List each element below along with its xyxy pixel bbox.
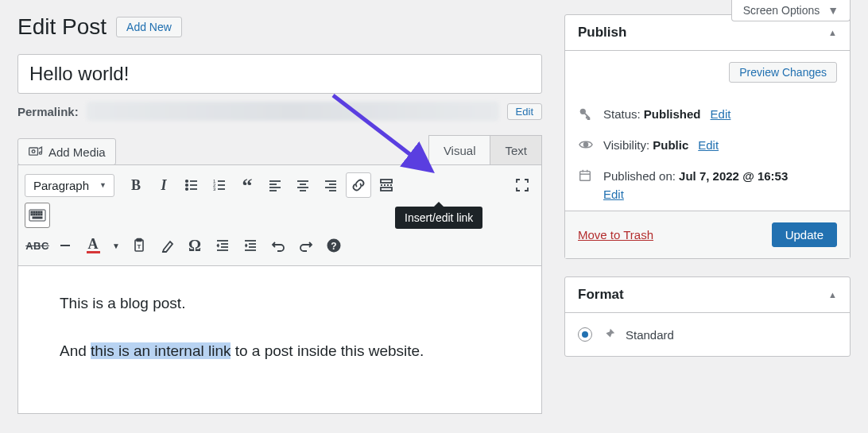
svg-point-58 <box>584 143 588 147</box>
screen-options-toggle[interactable]: Screen Options ▼ <box>731 0 851 21</box>
svg-rect-45 <box>137 239 141 242</box>
svg-rect-59 <box>580 172 591 181</box>
insert-link-button[interactable] <box>346 172 371 198</box>
permalink-row: Permalink: Edit <box>17 102 542 121</box>
bold-button[interactable]: B <box>123 172 149 198</box>
published-on-row: Published on: Jul 7, 2022 @ 16:53 <box>578 160 837 191</box>
chevron-up-icon: ▲ <box>828 290 837 300</box>
svg-rect-42 <box>33 217 42 218</box>
chevron-down-icon: ▼ <box>827 4 839 17</box>
svg-rect-37 <box>31 214 33 215</box>
svg-rect-34 <box>36 211 37 213</box>
numbered-list-button[interactable]: 123 <box>207 172 232 198</box>
svg-rect-40 <box>38 214 40 215</box>
add-media-button[interactable]: Add Media <box>17 138 116 165</box>
svg-rect-41 <box>41 214 42 215</box>
svg-rect-0 <box>29 148 38 155</box>
post-title-input[interactable] <box>17 54 542 94</box>
add-new-button[interactable]: Add New <box>116 17 182 37</box>
fullscreen-button[interactable] <box>510 172 535 198</box>
content-paragraph-2: And this is an internal link to a post i… <box>60 339 500 363</box>
align-center-button[interactable] <box>290 172 316 198</box>
format-standard-label: Standard <box>626 328 674 342</box>
update-button[interactable]: Update <box>772 222 837 247</box>
edit-date-link[interactable]: Edit <box>603 188 624 201</box>
status-row: Status: Published Edit <box>578 99 837 129</box>
format-select-wrap[interactable]: Paragraph <box>25 174 114 197</box>
svg-point-4 <box>186 180 188 182</box>
align-right-button[interactable] <box>318 172 343 198</box>
svg-rect-33 <box>33 211 35 213</box>
keyboard-button[interactable] <box>25 203 50 228</box>
tab-visual[interactable]: Visual <box>428 135 491 165</box>
content-paragraph-1: This is a blog post. <box>60 292 500 315</box>
edit-visibility-link[interactable]: Edit <box>698 138 719 152</box>
format-header[interactable]: Format ▲ <box>565 277 850 313</box>
tooltip-insert-link: Insert/edit link <box>395 207 482 229</box>
svg-text:?: ? <box>331 241 336 252</box>
paste-text-button[interactable]: T <box>126 233 152 258</box>
move-to-trash-link[interactable]: Move to Trash <box>578 228 653 242</box>
calendar-icon <box>578 168 594 183</box>
clear-formatting-button[interactable] <box>154 233 180 258</box>
publish-heading: Publish <box>578 25 626 41</box>
svg-point-6 <box>186 184 188 186</box>
key-icon <box>578 106 594 121</box>
pin-icon <box>602 327 616 342</box>
svg-text:3: 3 <box>213 187 216 191</box>
help-button[interactable]: ? <box>321 233 347 258</box>
svg-rect-28 <box>381 180 392 183</box>
sidebar: Publish ▲ Preview Changes Status: Publis… <box>564 14 851 414</box>
svg-text:T: T <box>138 243 141 250</box>
preview-changes-button[interactable]: Preview Changes <box>729 62 837 83</box>
svg-rect-35 <box>38 211 40 213</box>
svg-rect-38 <box>33 214 35 215</box>
page-heading: Edit Post Add New <box>17 14 542 40</box>
bullet-list-button[interactable] <box>179 172 204 198</box>
editor: Add Media Visual Text <box>17 135 542 414</box>
strikethrough-button[interactable]: ABC <box>25 233 50 258</box>
svg-point-8 <box>186 188 188 190</box>
visibility-row: Visibility: Public Edit <box>578 129 837 160</box>
format-standard-row[interactable]: Standard <box>578 323 837 346</box>
align-left-button[interactable] <box>262 172 288 198</box>
hr-button[interactable] <box>52 233 78 258</box>
svg-rect-30 <box>381 188 392 191</box>
svg-point-1 <box>32 150 35 153</box>
eye-icon <box>578 137 594 153</box>
format-heading: Format <box>578 287 624 303</box>
svg-rect-32 <box>31 211 33 213</box>
page-title: Edit Post <box>17 14 107 40</box>
format-box: Format ▲ Standard <box>564 276 851 357</box>
selected-text: this is an internal link <box>91 342 231 359</box>
text-color-button[interactable]: A <box>80 233 106 258</box>
permalink-url <box>87 102 499 121</box>
permalink-label: Permalink: <box>17 105 79 118</box>
chevron-up-icon: ▲ <box>828 28 837 37</box>
special-char-button[interactable]: Ω <box>182 233 207 258</box>
editor-toolbar: Paragraph B I 123 “ <box>17 164 542 266</box>
redo-button[interactable] <box>293 233 319 258</box>
tab-text[interactable]: Text <box>490 135 542 165</box>
indent-button[interactable] <box>238 233 263 258</box>
publish-box: Publish ▲ Preview Changes Status: Publis… <box>564 14 851 259</box>
edit-status-link[interactable]: Edit <box>711 107 731 121</box>
outdent-button[interactable] <box>210 233 235 258</box>
undo-button[interactable] <box>265 233 291 258</box>
text-color-dropdown[interactable]: ▼ <box>108 233 124 258</box>
blockquote-button[interactable]: “ <box>234 172 260 198</box>
editor-tabs: Visual Text <box>429 135 542 165</box>
svg-rect-36 <box>41 211 42 213</box>
add-media-label: Add Media <box>48 145 106 159</box>
svg-point-2 <box>40 152 42 154</box>
edit-permalink-button[interactable]: Edit <box>507 103 542 120</box>
svg-rect-39 <box>36 214 37 215</box>
italic-button[interactable]: I <box>151 172 176 198</box>
readmore-button[interactable] <box>374 172 399 198</box>
radio-standard[interactable] <box>578 327 592 342</box>
camera-music-icon <box>28 144 44 160</box>
editor-body[interactable]: This is a blog post. And this is an inte… <box>17 266 542 414</box>
format-select[interactable]: Paragraph <box>25 174 114 197</box>
screen-options-label: Screen Options <box>743 4 820 17</box>
main-content: Edit Post Add New Permalink: Edit <box>17 14 542 414</box>
